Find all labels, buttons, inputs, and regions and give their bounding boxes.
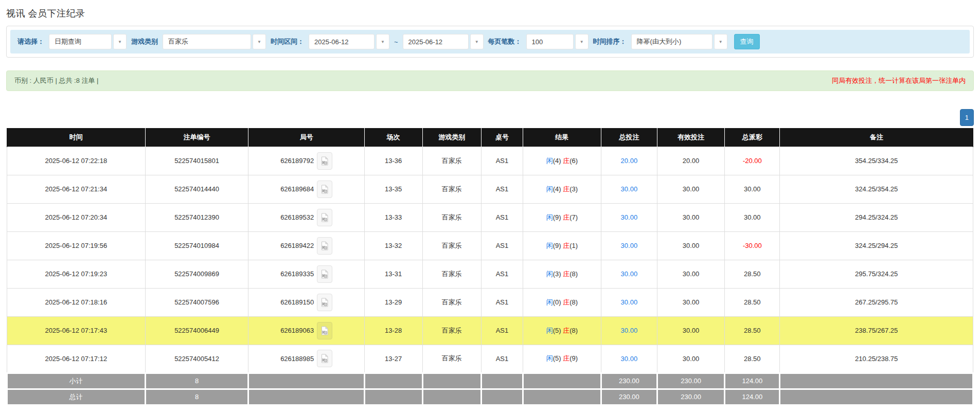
table-no-cell: AS1	[482, 175, 523, 203]
chevron-down-icon[interactable]: ▼	[714, 34, 727, 49]
remark-cell: 324.25/294.25	[780, 231, 973, 260]
bet-id-cell: 522574005412	[145, 345, 248, 373]
chevron-down-icon[interactable]: ▼	[376, 34, 389, 49]
time-cell: 2025-06-12 07:18:16	[7, 288, 146, 316]
filter-panel: 请选择： 日期查询 ▼ 游戏类别 百家乐 ▼ 时间区间： 2025-06-12 …	[6, 26, 974, 58]
video-replay-button[interactable]	[317, 209, 332, 226]
video-record-icon	[320, 156, 329, 166]
table-no-cell: AS1	[482, 203, 523, 231]
payout-cell: 28.50	[725, 288, 780, 316]
video-replay-button[interactable]	[317, 294, 332, 311]
date-from-picker[interactable]: 2025-06-12 ▼	[309, 34, 389, 49]
col-header-valid-bet: 有效投注	[657, 128, 724, 147]
total-bet-link[interactable]: 30.00	[621, 242, 638, 249]
video-record-icon	[320, 270, 329, 279]
col-header-table-no: 桌号	[482, 128, 523, 147]
subtotal-label: 小计	[7, 373, 146, 389]
video-replay-button[interactable]	[317, 350, 332, 367]
remark-cell: 324.25/354.25	[780, 175, 973, 203]
session-cell: 13-27	[364, 345, 422, 373]
result-banker-value: (9)	[569, 354, 578, 362]
sort-order-label: 时间排序：	[593, 37, 627, 46]
valid-bet-notice: 同局有效投注，统一计算在该局第一张注单内	[832, 76, 966, 85]
video-replay-button[interactable]	[317, 152, 332, 170]
valid-bet-cell: 30.00	[657, 345, 724, 373]
date-to-value[interactable]: 2025-06-12	[403, 34, 469, 49]
result-cell: 闲(5) 庄(8)	[523, 316, 601, 345]
round-id: 626188985	[280, 355, 314, 363]
game-type-value[interactable]: 百家乐	[163, 34, 251, 49]
game-type-select[interactable]: 百家乐 ▼	[163, 34, 266, 49]
total-bet-link[interactable]: 30.00	[621, 270, 638, 278]
video-replay-button[interactable]	[317, 322, 332, 339]
table-row: 2025-06-12 07:20:34 522574012390 6261895…	[7, 203, 973, 231]
col-header-session: 场次	[364, 128, 422, 147]
col-header-result: 结果	[523, 128, 601, 147]
chevron-down-icon[interactable]: ▼	[253, 34, 266, 49]
video-replay-button[interactable]	[317, 181, 332, 198]
table-header-row: 时间 注单编号 局号 场次 游戏类别 桌号 结果 总投注 有效投注 总派彩 备注	[7, 128, 973, 147]
result-player-label: 闲	[546, 354, 553, 362]
page-title: 视讯 会员下注纪录	[6, 0, 974, 26]
search-button[interactable]: 查询	[734, 34, 760, 49]
valid-bet-cell: 30.00	[657, 260, 724, 288]
valid-bet-cell: 30.00	[657, 203, 724, 231]
query-mode-value[interactable]: 日期查询	[49, 34, 112, 49]
table-row: 2025-06-12 07:21:34 522574014440 6261896…	[7, 175, 973, 203]
result-banker-label: 庄	[563, 327, 569, 334]
chevron-down-icon[interactable]: ▼	[575, 34, 589, 49]
result-cell: 闲(4) 庄(3)	[523, 175, 601, 203]
remark-cell: 210.25/238.75	[780, 345, 973, 373]
payout-cell: 30.00	[725, 175, 780, 203]
total-bet-link[interactable]: 30.00	[621, 298, 638, 306]
page-size-value[interactable]: 100	[526, 34, 574, 49]
col-header-round: 局号	[248, 128, 364, 147]
total-bet-link[interactable]: 30.00	[621, 213, 638, 221]
total-payout: 124.00	[725, 389, 780, 405]
video-replay-button[interactable]	[317, 265, 332, 283]
remark-cell: 354.25/334.25	[780, 147, 973, 175]
date-range-label: 时间区间：	[271, 37, 304, 46]
result-cell: 闲(5) 庄(9)	[523, 345, 601, 373]
payout-cell: 30.00	[725, 203, 780, 231]
date-from-value[interactable]: 2025-06-12	[309, 34, 375, 49]
round-cell: 626189532	[248, 203, 364, 231]
query-mode-select[interactable]: 日期查询 ▼	[49, 34, 127, 49]
filter-bar: 请选择： 日期查询 ▼ 游戏类别 百家乐 ▼ 时间区间： 2025-06-12 …	[10, 30, 970, 53]
result-banker-value: (8)	[569, 298, 578, 306]
bet-id-cell: 522574012390	[145, 203, 248, 231]
result-player-label: 闲	[546, 157, 553, 165]
time-cell: 2025-06-12 07:19:23	[7, 260, 146, 288]
date-to-picker[interactable]: 2025-06-12 ▼	[403, 34, 484, 49]
subtotal-valid-bet: 230.00	[657, 373, 724, 389]
total-bet-link[interactable]: 30.00	[621, 185, 638, 193]
video-record-icon	[320, 326, 329, 335]
session-cell: 13-31	[364, 260, 422, 288]
chevron-down-icon[interactable]: ▼	[470, 34, 484, 49]
result-player-value: (0)	[553, 298, 561, 306]
game-type-cell: 百家乐	[422, 260, 482, 288]
total-bet-link[interactable]: 30.00	[621, 327, 638, 334]
result-player-value: (3)	[553, 270, 561, 278]
result-player-value: (9)	[553, 242, 561, 249]
total-bet-link[interactable]: 20.00	[621, 157, 638, 165]
time-cell: 2025-06-12 07:17:43	[7, 316, 146, 345]
game-type-label: 游戏类别	[131, 37, 158, 46]
time-cell: 2025-06-12 07:17:12	[7, 345, 146, 373]
page-size-select[interactable]: 100 ▼	[526, 34, 589, 49]
payout-cell: 28.50	[725, 260, 780, 288]
result-banker-value: (8)	[569, 270, 578, 278]
payout-value: 28.50	[744, 298, 761, 306]
chevron-down-icon[interactable]: ▼	[113, 34, 127, 49]
total-bet-link[interactable]: 30.00	[621, 355, 638, 363]
remark-cell: 295.75/324.25	[780, 260, 973, 288]
session-cell: 13-33	[364, 203, 422, 231]
game-type-cell: 百家乐	[422, 345, 482, 373]
subtotal-count: 8	[145, 373, 248, 389]
sort-order-select[interactable]: 降幂(由大到小) ▼	[631, 34, 727, 49]
video-replay-button[interactable]	[317, 237, 332, 255]
select-mode-label: 请选择：	[17, 37, 44, 46]
page-1-button[interactable]: 1	[960, 109, 974, 126]
round-id: 626189422	[280, 242, 314, 249]
sort-order-value[interactable]: 降幂(由大到小)	[631, 34, 712, 49]
